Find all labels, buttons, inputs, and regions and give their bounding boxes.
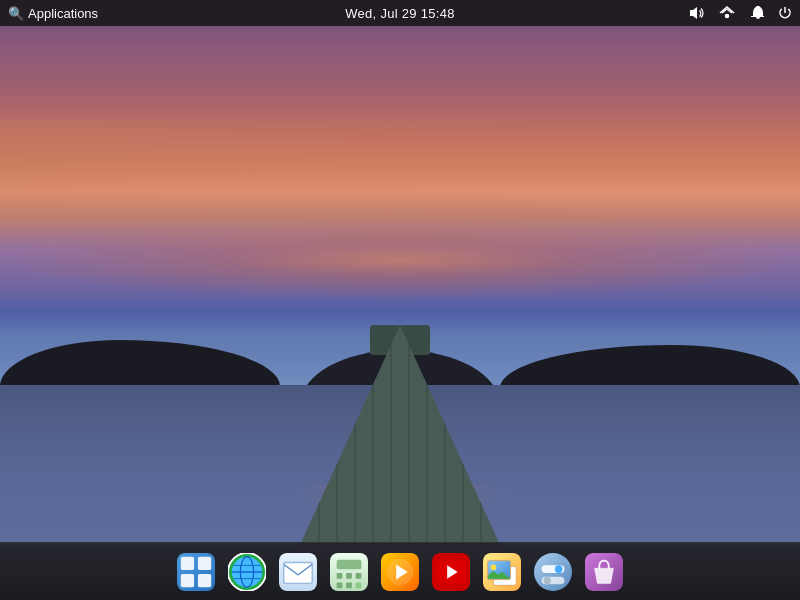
power-icon[interactable]: [778, 6, 792, 20]
svg-rect-19: [356, 572, 362, 578]
volume-icon[interactable]: [688, 5, 704, 21]
panel-right-icons: [688, 5, 792, 21]
dock-item-app-store[interactable]: [580, 548, 628, 596]
dock-item-workspace-switcher[interactable]: [172, 548, 220, 596]
svg-rect-3: [198, 556, 211, 569]
applications-menu[interactable]: 🔍 Applications: [8, 6, 98, 21]
svg-rect-17: [337, 572, 343, 578]
svg-point-0: [726, 15, 729, 18]
svg-rect-5: [198, 573, 211, 586]
dock-item-music[interactable]: [376, 548, 424, 596]
svg-rect-20: [337, 582, 343, 588]
pier: [250, 295, 550, 545]
svg-rect-16: [337, 559, 362, 569]
dock-item-settings[interactable]: [529, 548, 577, 596]
dock-item-photos[interactable]: [478, 548, 526, 596]
svg-point-34: [555, 565, 563, 573]
svg-rect-21: [346, 582, 352, 588]
svg-point-31: [491, 564, 497, 570]
svg-rect-14: [284, 562, 313, 583]
panel-datetime[interactable]: Wed, Jul 29 15:48: [345, 6, 455, 21]
datetime-text: Wed, Jul 29 15:48: [345, 6, 455, 21]
dock-item-browser[interactable]: [223, 548, 271, 596]
taskbar: [0, 542, 800, 600]
dock-item-calculator[interactable]: [325, 548, 373, 596]
horizon-glow: [0, 220, 800, 300]
svg-rect-4: [181, 573, 194, 586]
search-icon: 🔍: [8, 6, 24, 21]
network-icon[interactable]: [718, 6, 736, 20]
svg-rect-22: [356, 582, 362, 588]
svg-point-36: [544, 576, 552, 584]
dock-item-media-player[interactable]: [427, 548, 475, 596]
applications-label: Applications: [28, 6, 98, 21]
top-panel: 🔍 Applications Wed, Jul 29 15:48: [0, 0, 800, 26]
svg-rect-2: [181, 556, 194, 569]
desktop: 🔍 Applications Wed, Jul 29 15:48: [0, 0, 800, 600]
svg-rect-18: [346, 572, 352, 578]
sky-streaks: [0, 120, 800, 220]
notification-icon[interactable]: [750, 5, 764, 21]
dock-item-mail[interactable]: [274, 548, 322, 596]
